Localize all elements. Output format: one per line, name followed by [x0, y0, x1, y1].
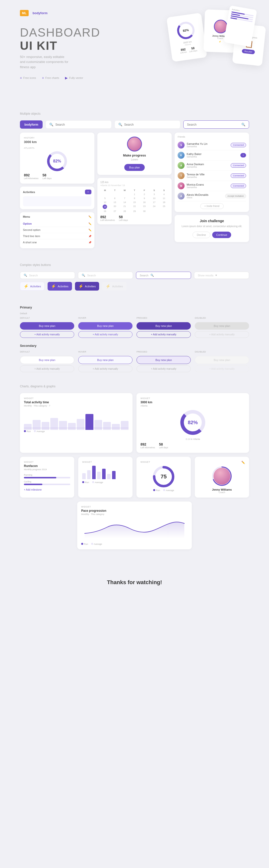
tab-activities-3[interactable]: ⚡ Activities [75, 282, 99, 290]
section-label-charts: Charts, diagrams & graphs [0, 384, 269, 388]
menu-edit-1[interactable]: ✏️ [88, 229, 91, 231]
menu-edit-3[interactable]: 📌 [88, 241, 91, 244]
avatar-photo [213, 468, 231, 485]
cal-day-10[interactable]: 10 [150, 196, 159, 200]
secondary-buy-1[interactable]: Buy new plan [78, 356, 133, 364]
search-bar-2[interactable]: 🔍 [114, 120, 180, 129]
cal-day-12[interactable]: 12 [100, 200, 110, 204]
cal-day-19-active[interactable]: 19 [103, 205, 107, 209]
cal-day-25[interactable]: 25 [159, 205, 169, 209]
menu-edit-2[interactable]: 📌 [88, 235, 91, 238]
cal-day-29[interactable]: 29 [130, 210, 139, 213]
search-styled-1[interactable]: 🔍 Search [20, 272, 75, 279]
connect-btn-3[interactable]: Connected [231, 174, 246, 178]
cal-day-11[interactable]: 11 [159, 196, 169, 200]
cal-day-20[interactable]: 20 [110, 205, 119, 209]
stats-card: History 3000 km Atlanta 82% 892 Left kil… [20, 133, 95, 184]
cal-day-27[interactable]: 27 [110, 210, 119, 213]
donut-small-1: 82% [176, 21, 196, 40]
cal-day-5[interactable]: 5 [100, 196, 110, 200]
menu-item-3[interactable]: A short one 📌 [23, 239, 91, 245]
add-milestone-btn[interactable]: + Add milestone [24, 487, 70, 492]
cal-day-28[interactable]: 28 [120, 210, 130, 213]
primary-buy-0[interactable]: Buy new plan [20, 322, 74, 330]
stats-card-subtitle: Atlanta [24, 147, 90, 149]
search-input-2[interactable] [124, 123, 177, 126]
cal-stat-label-1: Left kilometres [100, 219, 115, 221]
brand-button[interactable]: bodyform [20, 120, 43, 129]
primary-add-0[interactable]: + Add activity manually [20, 331, 74, 338]
cal-day-30[interactable]: 30 [140, 210, 149, 213]
cal-day-16[interactable]: 16 [140, 200, 149, 204]
cal-day-15[interactable]: 15 [130, 200, 139, 204]
vbar-chart-card: WIDGET Run Average [78, 457, 133, 498]
friend-row-3: T Teresa de VilleSamantha Connected [178, 170, 246, 181]
search-styled-2[interactable]: 🔍 Search [78, 272, 133, 279]
connect-btn-1[interactable]: + [240, 153, 246, 157]
invite-friend-btn[interactable]: + Invite friend [200, 203, 224, 209]
connect-btn-4[interactable]: Connected [231, 184, 246, 188]
secondary-add-0[interactable]: + Add activity manually [20, 366, 74, 372]
cal-day-7[interactable]: 7 [120, 196, 130, 200]
activity-btn[interactable]: + [85, 190, 91, 194]
decline-btn[interactable]: Decline [192, 231, 210, 238]
cal-day-14[interactable]: 14 [120, 200, 130, 204]
search-bar-3-active[interactable]: 🔍 [183, 120, 249, 129]
tab-activities-2[interactable]: ⚡ Activities [48, 282, 72, 290]
menu-item-1[interactable]: Second option ✏️ [23, 227, 91, 233]
search-input-3[interactable] [187, 123, 239, 126]
friend-status-2: Samantha [187, 166, 204, 168]
cal-day-13[interactable]: 13 [110, 200, 119, 204]
primary-buy-2[interactable]: Buy new plan [136, 322, 191, 330]
secondary-add-1[interactable]: + Add activity manually [78, 366, 133, 372]
menu-edit-0[interactable]: ✏️ [88, 222, 91, 225]
primary-add-1[interactable]: + Add activity manually [78, 331, 133, 338]
secondary-buy-0[interactable]: Buy new plan [20, 356, 74, 364]
menu-item-0[interactable]: Option ✏️ [23, 221, 91, 227]
bar-1 [33, 420, 41, 430]
gauge-chart-card: WIDGET 75 Run Average [136, 457, 191, 498]
cal-day-2[interactable]: 2 [140, 192, 149, 196]
avatar-3: T [178, 172, 185, 179]
cal-day-24[interactable]: 24 [150, 205, 159, 209]
cal-day-1[interactable]: 1 [130, 192, 139, 196]
cal-day-3[interactable]: 3 [150, 192, 159, 196]
connect-btn-0[interactable]: Connected [231, 143, 246, 147]
search-input-1[interactable] [55, 123, 108, 126]
bar-2 [42, 422, 49, 430]
edit-icon[interactable]: ✏️ [88, 215, 91, 218]
cal-day-4[interactable]: 4 [159, 192, 169, 196]
secondary-col-3: Disabled Buy new plan + Add activity man… [195, 350, 249, 372]
search-bar-1[interactable]: 🔍 [46, 120, 111, 129]
cal-day-21[interactable]: 21 [120, 205, 130, 209]
cal-day-8[interactable]: 8 [130, 196, 139, 200]
cal-day-9[interactable]: 9 [140, 196, 149, 200]
cal-day-6[interactable]: 6 [110, 196, 119, 200]
primary-buy-1[interactable]: Buy new plan [78, 322, 133, 330]
connect-btn-5[interactable]: Accept Invitation [225, 194, 246, 198]
cal-day-18[interactable]: 18 [159, 200, 169, 204]
cal-day-26[interactable]: 26 [100, 210, 110, 213]
cal-day-17[interactable]: 17 [150, 200, 159, 204]
section-label-complex: Complex styles buttons [0, 263, 269, 267]
secondary-add-2[interactable]: + Add activity manually [136, 366, 191, 372]
tab-activities-1[interactable]: ⚡ Activities [20, 282, 45, 290]
primary-add-2[interactable]: + Add activity manually [136, 331, 191, 338]
cal-day-23[interactable]: 23 [140, 205, 149, 209]
feature-label-0: Free icons [23, 76, 36, 80]
menu-item-label-1: Second option [23, 228, 41, 231]
accept-btn[interactable]: Continue [212, 231, 231, 238]
feature-charts: + Free charts [42, 76, 59, 80]
connect-btn-2[interactable]: Connected [231, 163, 246, 168]
vbar-legend-avg: Average [92, 481, 103, 484]
search-styled-3[interactable]: Search 🔍 [136, 272, 191, 279]
mockup-card-1: 82% 3000 km Atlanta 892Left km 58Left da… [166, 13, 207, 62]
thanks-section: Thanks for watching! [0, 564, 269, 606]
secondary-col-0: Default Buy new plan + Add activity manu… [20, 350, 74, 372]
secondary-buy-2[interactable]: Buy new plan [136, 356, 191, 364]
search-styled-4[interactable]: Show results ▾ [194, 272, 249, 279]
person-edit-icon[interactable]: ✏️ [241, 461, 245, 464]
cal-day-22[interactable]: 22 [130, 205, 139, 209]
buy-btn[interactable]: Buy plan [124, 164, 145, 171]
menu-item-2[interactable]: Third line item 📌 [23, 233, 91, 239]
